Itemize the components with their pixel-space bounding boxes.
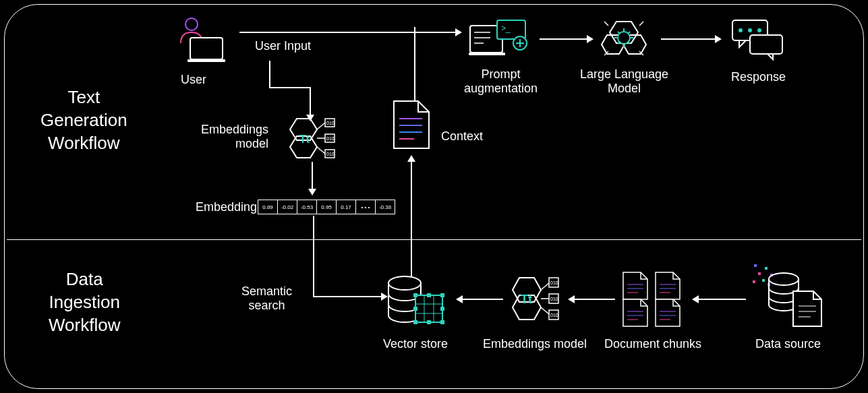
svg-rect-108 — [765, 267, 768, 270]
svg-rect-2 — [187, 59, 225, 62]
svg-rect-64 — [415, 295, 442, 322]
svg-rect-74 — [427, 320, 431, 324]
svg-marker-4 — [455, 28, 462, 36]
svg-text:Tt: Tt — [299, 133, 310, 145]
arrow-llm-to-response — [661, 32, 722, 49]
semantic-search-label: Semantic search — [241, 284, 292, 313]
svg-line-53 — [639, 22, 643, 26]
svg-point-0 — [185, 18, 198, 30]
svg-text:Tt: Tt — [521, 293, 532, 306]
svg-point-63 — [388, 276, 421, 290]
emb-cell: 0.17 — [336, 200, 356, 214]
llm-label: Large Language Model — [580, 67, 668, 96]
svg-rect-62 — [750, 35, 782, 54]
emb-cell: -0.38 — [375, 200, 395, 214]
arrow-store-to-context — [405, 155, 418, 279]
emb-cell: 0.95 — [316, 200, 337, 214]
svg-rect-107 — [754, 264, 757, 267]
svg-marker-92 — [568, 295, 575, 303]
emb-cell: 0.89 — [258, 200, 278, 214]
embedding-vector: 0.89 -0.02 -0.53 0.95 0.17 • • • -0.38 — [258, 200, 395, 214]
arrow-aug-to-llm — [540, 32, 594, 49]
svg-marker-39 — [587, 35, 594, 43]
svg-marker-57 — [715, 35, 722, 43]
svg-text:010: 010 — [326, 136, 335, 141]
doc-chunks-label: Document chunks — [604, 337, 701, 351]
section-divider — [7, 239, 861, 240]
svg-rect-72 — [440, 320, 444, 324]
svg-line-11 — [317, 147, 325, 154]
response-icon — [731, 19, 785, 65]
arrow-emb2-to-store — [456, 293, 503, 309]
svg-text:010: 010 — [550, 313, 558, 318]
section-text-generation: Text Generation Workflow — [40, 86, 127, 154]
svg-marker-19 — [308, 189, 316, 195]
svg-rect-109 — [758, 272, 761, 275]
data-source-icon — [751, 264, 826, 332]
svg-text:>_: >_ — [501, 24, 511, 33]
svg-line-84 — [541, 307, 549, 314]
data-source-label: Data source — [755, 337, 821, 351]
arrow-user-to-emb — [263, 61, 324, 124]
svg-rect-1 — [190, 38, 223, 59]
svg-point-60 — [748, 28, 752, 32]
arrow-chunks-to-emb — [568, 293, 615, 309]
svg-line-48 — [618, 32, 620, 34]
svg-point-59 — [739, 28, 743, 32]
svg-rect-111 — [762, 279, 765, 282]
svg-marker-78 — [456, 295, 463, 303]
embeddings-model-bottom-icon: Tt 010 010 010 — [504, 275, 560, 325]
svg-line-51 — [628, 32, 630, 34]
llm-icon — [600, 16, 654, 65]
svg-rect-112 — [753, 280, 755, 283]
svg-rect-32 — [469, 53, 505, 55]
svg-line-82 — [541, 283, 549, 290]
svg-point-114 — [769, 273, 799, 285]
svg-rect-73 — [427, 293, 431, 297]
embedding-label: Embedding — [196, 200, 257, 214]
user-icon — [174, 16, 228, 67]
svg-rect-76 — [440, 307, 444, 311]
svg-text:010: 010 — [550, 280, 558, 285]
svg-line-9 — [317, 123, 325, 129]
arrow-source-to-chunks — [692, 293, 746, 309]
vector-store-icon — [387, 275, 448, 330]
svg-rect-69 — [413, 293, 417, 297]
svg-text:010: 010 — [326, 121, 335, 125]
user-input-label: User Input — [255, 39, 311, 53]
response-label: Response — [731, 70, 786, 84]
context-icon — [391, 98, 432, 154]
svg-rect-75 — [413, 307, 417, 311]
svg-rect-70 — [440, 293, 444, 297]
emb-cell: • • • — [355, 200, 376, 214]
user-label: User — [181, 73, 206, 87]
vector-store-label: Vector store — [383, 337, 448, 351]
doc-chunks-icon — [620, 270, 684, 329]
prompt-aug-label: Prompt augmentation — [464, 67, 538, 96]
arrow-emb-to-vector — [306, 162, 319, 198]
section-data-ingestion: Data Ingestion Workflow — [49, 268, 120, 336]
emb-cell: -0.53 — [297, 200, 317, 214]
svg-line-52 — [604, 22, 608, 26]
embeddings-model-top-icon: Tt 010 010 010 — [283, 116, 337, 163]
svg-marker-26 — [407, 155, 415, 162]
emb-cell: -0.02 — [277, 200, 297, 214]
svg-rect-71 — [413, 320, 417, 324]
svg-marker-106 — [692, 295, 699, 303]
embeddings-model-bottom-label: Embeddings model — [483, 337, 587, 351]
svg-text:010: 010 — [326, 152, 335, 156]
arrow-context-merge — [408, 27, 422, 104]
svg-point-61 — [757, 28, 761, 32]
context-label: Context — [441, 129, 483, 144]
arrow-emb-to-store — [307, 216, 395, 313]
embeddings-model-top-label: Embeddings model — [201, 123, 268, 151]
svg-text:010: 010 — [550, 297, 558, 301]
prompt-aug-icon: >_ — [469, 20, 528, 63]
